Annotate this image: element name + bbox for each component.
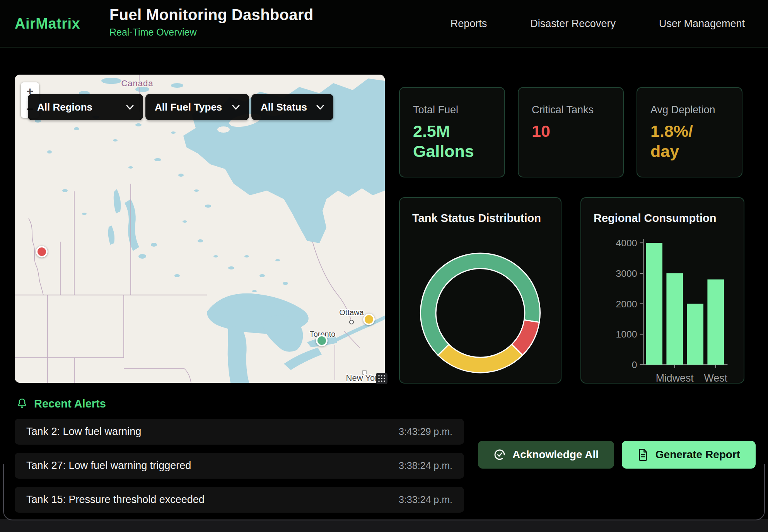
- stat-value: 10: [532, 121, 610, 142]
- nav-reports[interactable]: Reports: [451, 18, 487, 30]
- nav-disaster-recovery[interactable]: Disaster Recovery: [530, 18, 616, 30]
- svg-text:4000: 4000: [616, 238, 637, 248]
- tank-marker-critical[interactable]: [36, 246, 48, 257]
- main-nav: Reports Disaster Recovery User Managemen…: [451, 0, 745, 48]
- acknowledge-all-button[interactable]: Acknowledge All: [478, 441, 614, 469]
- fuel-type-filter-value: All Fuel Types: [155, 101, 222, 113]
- map-label-ottawa: Ottawa: [339, 308, 364, 317]
- alerts-header: Recent Alerts: [16, 397, 106, 410]
- stat-card-critical-tanks: Critical Tanks 10: [518, 87, 624, 177]
- acknowledge-all-label: Acknowledge All: [512, 448, 599, 461]
- generate-report-label: Generate Report: [655, 448, 740, 461]
- chevron-down-icon: [126, 105, 134, 110]
- region-filter-dropdown[interactable]: All Regions: [28, 94, 143, 120]
- ottawa-city-dot: [350, 320, 353, 324]
- generate-report-button[interactable]: Generate Report: [622, 441, 756, 469]
- map-resize-handle[interactable]: [376, 373, 387, 384]
- svg-text:West: West: [704, 372, 727, 383]
- alert-message: Tank 15: Pressure threshold exceeded: [26, 494, 205, 506]
- status-filter-dropdown[interactable]: All Status: [251, 94, 333, 120]
- stat-card-avg-depletion: Avg Depletion 1.8%/day: [637, 87, 742, 177]
- bottom-strip: [0, 519, 768, 532]
- drag-dots-icon: [377, 373, 387, 384]
- chevron-down-icon: [316, 105, 324, 110]
- stat-label: Avg Depletion: [650, 104, 729, 116]
- stat-label: Total Fuel: [413, 104, 491, 116]
- svg-text:3000: 3000: [616, 268, 637, 279]
- chevron-down-icon: [232, 105, 240, 110]
- tank-marker-normal[interactable]: [316, 335, 328, 346]
- alert-time: 3:33:24 p.m.: [399, 494, 452, 505]
- page-subtitle: Real-Time Overview: [109, 27, 313, 38]
- app-logo[interactable]: AirMatrix: [15, 0, 80, 48]
- regional-consumption-card: Regional Consumption 01000200030004000Mi…: [580, 197, 744, 384]
- stat-card-total-fuel: Total Fuel 2.5MGallons: [399, 87, 505, 177]
- alert-row[interactable]: Tank 27: Low fuel warning triggered 3:38…: [15, 453, 464, 479]
- region-filter-value: All Regions: [37, 101, 92, 113]
- page-title: Fuel Monitoring Dashboard: [109, 6, 313, 24]
- status-filter-value: All Status: [261, 101, 307, 113]
- nav-user-management[interactable]: User Management: [659, 18, 745, 30]
- svg-text:2000: 2000: [616, 299, 637, 309]
- title-block: Fuel Monitoring Dashboard Real-Time Over…: [109, 6, 313, 38]
- tank-status-donut-chart: [400, 198, 561, 383]
- svg-text:1000: 1000: [616, 329, 637, 339]
- alert-row[interactable]: Tank 2: Low fuel warning 3:43:29 p.m.: [15, 419, 464, 445]
- map-label-country: Canada: [121, 78, 153, 88]
- alert-time: 3:38:24 p.m.: [399, 460, 452, 471]
- regional-consumption-bar-chart: 01000200030004000MidwestWest: [581, 198, 744, 383]
- tank-status-card: Tank Status Distribution: [399, 197, 561, 384]
- stat-value: 1.8%/day: [650, 121, 729, 161]
- alert-time: 3:43:29 p.m.: [399, 426, 452, 437]
- fuel-type-filter-dropdown[interactable]: All Fuel Types: [145, 94, 249, 120]
- tank-marker-warning[interactable]: [363, 314, 375, 325]
- map-panel: Canada Ottawa Toronto New York + − All R…: [15, 75, 385, 383]
- donut-segment-2: [438, 344, 523, 373]
- svg-text:0: 0: [632, 360, 637, 370]
- svg-text:Midwest: Midwest: [656, 372, 694, 383]
- alert-message: Tank 27: Low fuel warning triggered: [26, 460, 191, 472]
- alert-row[interactable]: Tank 15: Pressure threshold exceeded 3:3…: [15, 487, 464, 513]
- map-canvas[interactable]: Canada Ottawa Toronto New York: [15, 75, 385, 383]
- stat-label: Critical Tanks: [532, 104, 610, 116]
- stat-value: 2.5MGallons: [413, 121, 491, 161]
- alerts-title: Recent Alerts: [34, 397, 106, 410]
- header: AirMatrix Fuel Monitoring Dashboard Real…: [0, 0, 768, 48]
- map-filter-bar: All Regions All Fuel Types All Status: [28, 94, 333, 120]
- check-circle-icon: [493, 448, 506, 461]
- file-text-icon: [637, 448, 649, 461]
- bell-icon: [16, 398, 28, 410]
- alert-message: Tank 2: Low fuel warning: [26, 426, 141, 438]
